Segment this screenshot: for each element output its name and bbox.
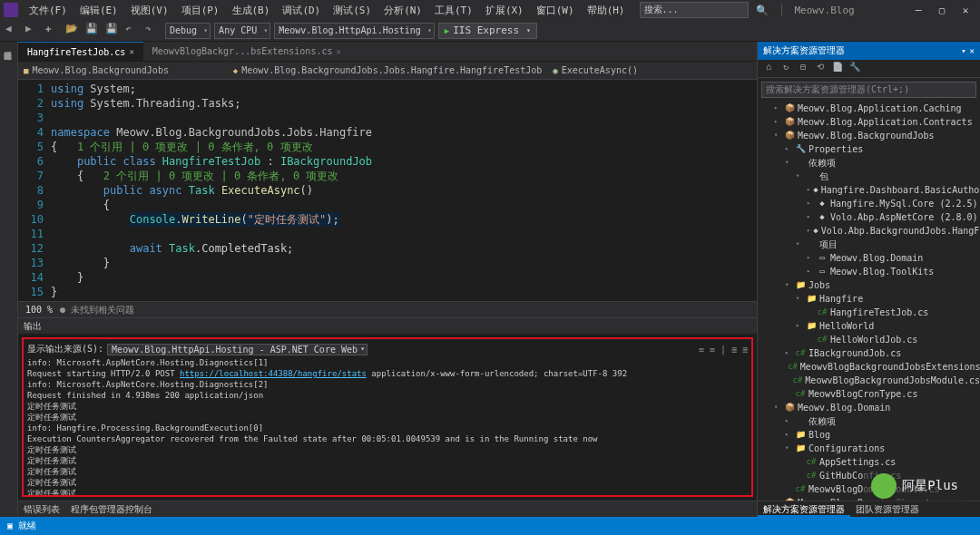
menu-help[interactable]: 帮助(H) — [582, 2, 631, 19]
tree-node[interactable]: ▸📁HelloWorld — [758, 319, 980, 333]
output-source-label: 显示输出来源(S): — [27, 343, 103, 355]
undo-icon[interactable]: ↶ — [125, 23, 142, 39]
open-icon[interactable]: 📂 — [65, 23, 82, 39]
menu-view[interactable]: 视图(V) — [125, 2, 174, 19]
tab-close-icon[interactable]: ✕ — [129, 47, 133, 56]
nav-namespace[interactable]: ■Meowv.Blog.BackgroundJobs — [18, 62, 228, 79]
code-area[interactable]: using System;using System.Threading.Task… — [51, 80, 757, 301]
tree-node[interactable]: ▾📁Hangfire — [758, 292, 980, 306]
close-icon[interactable]: ✕ — [955, 3, 976, 18]
server-explorer-tab[interactable]: 服务器资源管理器 — [0, 42, 15, 49]
tree-node[interactable]: c#MeowvBlogCronType.cs — [758, 387, 980, 401]
global-search-input[interactable]: 搜索... — [640, 2, 749, 18]
tab-close-icon[interactable]: ✕ — [336, 47, 340, 56]
tree-node[interactable]: c#MeowvBlogBackgroundJobsModule.cs — [758, 374, 980, 387]
menu-file[interactable]: 文件(F) — [24, 2, 73, 19]
run-button[interactable]: ▶IIS Express▾ — [438, 23, 537, 39]
tree-node[interactable]: ▾📁Jobs — [758, 278, 980, 292]
menu-test[interactable]: 测试(S) — [328, 2, 377, 19]
minimize-icon[interactable]: ─ — [907, 3, 929, 18]
tree-node[interactable]: ▸◆Hangfire.MySql.Core (2.2.5) — [758, 197, 980, 210]
menu-tools[interactable]: 工具(T) — [429, 2, 478, 19]
menu-window[interactable]: 窗口(W) — [531, 2, 580, 19]
issues-indicator[interactable]: ● 未找到相关问题 — [60, 304, 134, 316]
platform-dropdown[interactable]: Any CPU — [214, 23, 270, 39]
collapse-icon[interactable]: ⊟ — [796, 62, 810, 76]
tree-node[interactable]: ▾📦Meowv.Blog.Domain — [758, 401, 980, 414]
sync-icon[interactable]: ⟲ — [813, 62, 828, 76]
menu-project[interactable]: 项目(P) — [176, 2, 225, 19]
class-icon: ◆ — [233, 66, 238, 75]
tree-node[interactable]: ▾包 — [758, 170, 980, 183]
properties-icon[interactable]: 🔧 — [848, 62, 862, 76]
tree-node[interactable]: ▾项目 — [758, 238, 980, 251]
tree-node[interactable]: ▸◆Volo.Abp.AspNetCore (2.8.0) — [758, 210, 980, 224]
home-icon[interactable]: ⌂ — [761, 62, 776, 76]
nav-method[interactable]: ◉ExecuteAsync() — [547, 62, 757, 79]
zoom-level[interactable]: 100 % — [25, 305, 53, 315]
startup-dropdown[interactable]: Meowv.Blog.HttpApi.Hosting — [274, 23, 435, 39]
tree-node[interactable]: ▾📦Meowv.Blog.BackgroundJobs — [758, 129, 980, 142]
play-icon: ▶ — [445, 26, 449, 35]
namespace-icon: ■ — [24, 66, 28, 75]
line-numbers: 123456789101112131415 — [18, 80, 51, 301]
output-panel-header[interactable]: 输出 — [18, 317, 757, 334]
vs-logo-icon — [4, 3, 18, 17]
nav-class[interactable]: ◆Meowv.Blog.BackgroundJobs.Jobs.Hangfire… — [228, 62, 548, 79]
panel-close-icon[interactable]: ✕ — [970, 46, 975, 55]
tree-node[interactable]: ▸◆Volo.Abp.BackgroundJobs.HangFire (2.8.… — [758, 224, 980, 238]
save-icon[interactable]: 💾 — [85, 23, 102, 39]
tree-node[interactable]: c#HelloWorldJob.cs — [758, 333, 980, 346]
tree-node[interactable]: ▸▭Meowv.Blog.ToolKits — [758, 265, 980, 278]
refresh-icon[interactable]: ↻ — [779, 62, 793, 76]
showall-icon[interactable]: 📄 — [830, 62, 845, 76]
pin-icon[interactable]: ▾ — [961, 46, 965, 55]
pkg-manager-tab[interactable]: 程序包管理器控制台 — [71, 503, 152, 516]
explorer-search-input[interactable]: 搜索解决方案资源管理器(Ctrl+;) — [761, 82, 976, 98]
tree-node[interactable]: ▸📁Blog — [758, 428, 980, 442]
output-log[interactable]: info: Microsoft.AspNetCore.Hosting.Diagn… — [27, 357, 748, 497]
output-source-dropdown[interactable]: Meowv.Blog.HttpApi.Hosting - ASP.NET Cor… — [107, 344, 368, 355]
error-list-tab[interactable]: 错误列表 — [24, 503, 60, 516]
method-icon: ◉ — [553, 66, 557, 75]
tree-node[interactable]: ▾📁Configurations — [758, 442, 980, 455]
tree-node[interactable]: ▸🔧Properties — [758, 142, 980, 156]
tree-node[interactable]: ▸▭Meowv.Blog.Domain — [758, 251, 980, 265]
editor-tab[interactable]: MeowvBlogBackgr...bsExtensions.cs✕ — [143, 42, 350, 61]
menu-edit[interactable]: 编辑(E) — [74, 2, 123, 19]
tree-node[interactable]: c#AppSettings.cs — [758, 455, 980, 469]
output-toolbar-icons[interactable]: ≡ ≡ | ≣ ≣ — [699, 345, 748, 355]
tree-node[interactable]: ▾依赖项 — [758, 156, 980, 170]
maximize-icon[interactable]: ▢ — [931, 3, 953, 18]
menu-extensions[interactable]: 扩展(X) — [480, 2, 529, 19]
search-icon[interactable]: 🔍 — [750, 3, 774, 18]
config-dropdown[interactable]: Debug — [165, 23, 211, 39]
solution-explorer-tab[interactable]: 解决方案资源管理器 — [758, 501, 850, 517]
watermark: 阿星Plus — [864, 470, 965, 502]
tree-node[interactable]: c#MeowvBlogBackgroundJobsExtensions.cs — [758, 360, 980, 374]
tree-node[interactable]: ▸依赖项 — [758, 414, 980, 428]
nav-back-icon[interactable]: ◀ — [5, 23, 22, 39]
tree-node[interactable]: ▸📦Meowv.Blog.Application.Contracts — [758, 115, 980, 129]
tree-node[interactable]: ▸◆Hangfire.Dashboard.BasicAuthorization … — [758, 183, 980, 197]
team-explorer-tab[interactable]: 团队资源管理器 — [850, 501, 925, 517]
explorer-title: 解决方案资源管理器 — [763, 44, 845, 57]
tree-node[interactable]: ▸📦Meowv.Blog.Application.Caching — [758, 102, 980, 115]
editor-tab[interactable]: HangfireTestJob.cs✕ — [18, 42, 143, 61]
menu-build[interactable]: 生成(B) — [227, 2, 276, 19]
avatar-icon — [871, 473, 897, 499]
redo-icon[interactable]: ↷ — [145, 23, 162, 39]
menu-debug[interactable]: 调试(D) — [277, 2, 326, 19]
tree-node[interactable]: c#HangfireTestJob.cs — [758, 306, 980, 319]
solution-name: Meowv.Blog — [789, 3, 860, 18]
saveall-icon[interactable]: 💾 — [105, 23, 122, 39]
nav-fwd-icon[interactable]: ▶ — [25, 23, 42, 39]
status-ready: ▣ 就绪 — [7, 520, 36, 532]
menu-analyze[interactable]: 分析(N) — [378, 2, 427, 19]
tree-node[interactable]: ▸c#IBackgroundJob.cs — [758, 346, 980, 360]
new-icon[interactable]: ✚ — [45, 23, 62, 39]
